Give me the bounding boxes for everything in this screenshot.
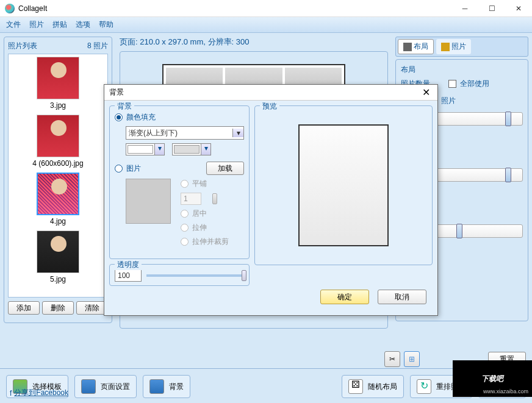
color-fill-radio[interactable] <box>115 113 123 121</box>
menubar: 文件 照片 拼贴 选项 帮助 <box>0 17 532 33</box>
thumb-label: 5.jpg <box>9 275 107 284</box>
menu-options[interactable]: 选项 <box>76 20 90 30</box>
menu-photo[interactable]: 照片 <box>29 20 44 30</box>
dialog-title: 背景 <box>109 87 124 98</box>
image-radio[interactable] <box>115 165 123 173</box>
thumbnail-scroll[interactable]: 3.jpg 4 (600x600).jpg 4.jpg 5.jpg <box>8 54 108 298</box>
menu-collage[interactable]: 拼贴 <box>52 20 67 30</box>
color-2-picker[interactable]: ▾ <box>172 143 211 155</box>
menu-file[interactable]: 文件 <box>6 20 21 30</box>
delete-button[interactable]: 删除 <box>42 301 74 315</box>
ok-button[interactable]: 确定 <box>320 290 369 304</box>
crop-tool-button[interactable]: ✂ <box>384 351 400 367</box>
thumbnail-item-selected[interactable]: 4.jpg <box>9 173 107 226</box>
minimize-button[interactable]: ─ <box>451 0 478 17</box>
maximize-button[interactable]: ☐ <box>478 0 505 17</box>
layout-group-label: 布局 <box>401 65 523 75</box>
photo-list-title: 照片列表 <box>8 41 37 51</box>
preview-label: 预览 <box>260 101 279 112</box>
thumb-label: 4.jpg <box>9 217 107 226</box>
app-icon <box>5 4 15 13</box>
watermark: 下载吧 www.xiazaiba.com <box>453 360 532 397</box>
color-1-picker[interactable]: ▾ <box>126 143 165 155</box>
tile-radio <box>181 180 189 188</box>
stretch-radio <box>181 224 189 232</box>
share-facebook[interactable]: f 分享到Facebook <box>10 388 68 398</box>
facebook-icon: f <box>10 389 12 398</box>
use-all-checkbox[interactable] <box>448 80 456 88</box>
load-button[interactable]: 加载 <box>206 162 244 175</box>
dialog-close-button[interactable]: ✕ <box>420 87 433 98</box>
cancel-button[interactable]: 取消 <box>378 290 426 304</box>
grid-icon: ⊞ <box>409 355 415 363</box>
thumb-label: 3.jpg <box>9 101 107 110</box>
tab-photo[interactable]: 照片 <box>436 39 471 54</box>
stretch-crop-radio <box>181 238 189 246</box>
color-fill-label: 颜色填充 <box>126 112 156 123</box>
preview-canvas <box>298 124 389 246</box>
close-button[interactable]: ✕ <box>505 0 532 17</box>
opacity-value[interactable] <box>115 269 142 282</box>
crop-icon: ✂ <box>389 355 395 363</box>
photo-icon <box>441 43 450 51</box>
tile-value <box>181 193 201 205</box>
tab-layout[interactable]: 布局 <box>398 39 434 54</box>
random-button[interactable]: 随机布局 <box>342 375 404 398</box>
image-radio-label: 图片 <box>126 163 141 174</box>
layout-icon <box>403 43 412 51</box>
titlebar: CollageIt ─ ☐ ✕ <box>0 0 532 17</box>
photos-unit: 照片 <box>441 96 456 106</box>
tile-slider-handle <box>212 193 217 204</box>
page-info: 页面: 210.0 x 297.0 mm, 分辨率: 300 <box>120 37 388 48</box>
center-radio <box>181 210 189 218</box>
grid-tool-button[interactable]: ⊞ <box>404 351 420 367</box>
opacity-slider[interactable] <box>146 274 244 277</box>
bg-icon <box>149 379 164 394</box>
app-title: CollageIt <box>18 4 47 13</box>
opacity-label: 透明度 <box>115 260 142 270</box>
page-setup-button[interactable]: 页面设置 <box>74 375 137 398</box>
add-button[interactable]: 添加 <box>8 301 40 315</box>
menu-help[interactable]: 帮助 <box>99 20 113 30</box>
thumbnail-item[interactable]: 4 (600x600).jpg <box>9 115 107 168</box>
use-all-label: 全部使用 <box>460 79 489 89</box>
thumb-label: 4 (600x600).jpg <box>9 159 107 168</box>
image-placeholder <box>126 179 171 224</box>
panel-tabs: 布局 照片 <box>395 37 528 57</box>
bg-group-label: 背景 <box>115 101 134 112</box>
photo-count: 8 照片 <box>87 41 108 51</box>
background-dialog: 背景 ✕ 背景 颜色填充 渐变(从上到下)▾ ▾ ▾ 图片加载 平铺 居中 <box>104 84 438 316</box>
background-button[interactable]: 背景 <box>143 375 190 398</box>
dice-icon <box>348 379 363 394</box>
page-icon <box>81 379 96 394</box>
thumbnail-item[interactable]: 5.jpg <box>9 230 107 284</box>
thumbnail-item[interactable]: 3.jpg <box>9 57 107 110</box>
gradient-combo[interactable]: 渐变(从上到下)▾ <box>126 126 244 140</box>
refresh-icon <box>417 379 431 394</box>
chevron-down-icon: ▾ <box>232 129 243 137</box>
